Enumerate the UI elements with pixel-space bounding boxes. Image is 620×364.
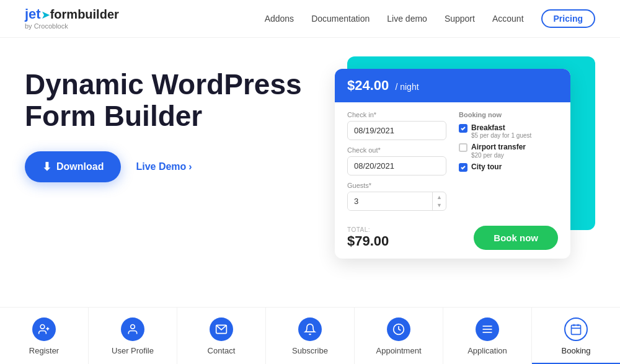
nav-item-application[interactable]: Application bbox=[443, 308, 532, 364]
nav-addons[interactable]: Addons bbox=[265, 14, 294, 24]
appointment-icon bbox=[387, 317, 410, 341]
option-city-tour: City tour bbox=[459, 162, 558, 172]
hero-title: Dynamic WordPress Form Builder bbox=[25, 69, 310, 131]
checkbox-city-tour[interactable] bbox=[459, 163, 467, 172]
svg-point-0 bbox=[40, 325, 45, 329]
booking-card-footer: TOTAL: $79.00 Book now bbox=[335, 220, 570, 259]
booking-card-header: $24.00 / night bbox=[335, 69, 570, 102]
bottom-nav: Register User Profile Contact Subscribe bbox=[0, 307, 620, 364]
nav-item-user-profile[interactable]: User Profile bbox=[89, 308, 177, 364]
booking-now-label: Booking now bbox=[459, 111, 558, 118]
option-airport-transfer: Airport transfer $20 per day bbox=[459, 143, 558, 158]
nav-label-booking: Booking bbox=[562, 346, 591, 355]
guests-spinner-arrows[interactable]: ▲ ▼ bbox=[432, 192, 446, 210]
nav-item-contact[interactable]: Contact bbox=[177, 308, 266, 364]
spinner-up-icon: ▲ bbox=[436, 193, 442, 202]
checkin-label: Check in* bbox=[347, 111, 446, 118]
user-profile-icon bbox=[121, 317, 144, 341]
spinner-down-icon: ▼ bbox=[436, 202, 442, 210]
nav-item-register[interactable]: Register bbox=[0, 308, 89, 364]
chevron-right-icon: › bbox=[188, 161, 192, 172]
nav-item-booking[interactable]: Booking bbox=[532, 308, 620, 364]
subscribe-icon bbox=[298, 317, 322, 341]
nav-label-application: Application bbox=[467, 346, 507, 355]
total-area: TOTAL: $79.00 bbox=[347, 226, 389, 249]
application-icon bbox=[476, 317, 499, 341]
booking-right-col: Booking now Breakfast $5 per day for 1 g… bbox=[459, 111, 558, 211]
nav-label-appointment: Appointment bbox=[376, 346, 422, 355]
booking-price: $24.00 bbox=[347, 78, 389, 93]
booking-card: $24.00 / night Check in* Check out* Gues… bbox=[335, 69, 570, 259]
hero-actions: ⬇ Download Live Demo › bbox=[25, 151, 310, 182]
guests-spinner: ▲ ▼ bbox=[347, 192, 446, 211]
live-demo-link[interactable]: Live Demo › bbox=[136, 161, 192, 172]
guests-input[interactable] bbox=[348, 192, 432, 210]
nav-label-user-profile: User Profile bbox=[112, 346, 154, 355]
nav-item-subscribe[interactable]: Subscribe bbox=[266, 308, 355, 364]
hero-left: Dynamic WordPress Form Builder ⬇ Downloa… bbox=[25, 56, 310, 182]
option-breakfast: Breakfast $5 per day for 1 guest bbox=[459, 123, 558, 139]
booking-per-night: / night bbox=[395, 82, 418, 92]
booking-card-body: Check in* Check out* Guests* ▲ ▼ Booking bbox=[335, 102, 570, 220]
booking-icon bbox=[564, 317, 588, 341]
nav-account[interactable]: Account bbox=[492, 14, 524, 24]
nav-documentation[interactable]: Documentation bbox=[311, 14, 370, 24]
booking-left-col: Check in* Check out* Guests* ▲ ▼ bbox=[347, 111, 446, 211]
pricing-button[interactable]: Pricing bbox=[541, 9, 595, 28]
booking-card-area: $24.00 / night Check in* Check out* Gues… bbox=[335, 56, 595, 249]
checkbox-breakfast[interactable] bbox=[459, 124, 467, 133]
nav-live-demo[interactable]: Live demo bbox=[387, 14, 427, 24]
guests-label: Guests* bbox=[347, 182, 446, 189]
book-now-button[interactable]: Book now bbox=[474, 226, 558, 250]
nav-item-appointment[interactable]: Appointment bbox=[355, 308, 443, 364]
checkout-label: Check out* bbox=[347, 146, 446, 154]
total-amount: $79.00 bbox=[347, 233, 389, 249]
main-nav: Addons Documentation Live demo Support A… bbox=[265, 9, 595, 28]
total-label: TOTAL: bbox=[347, 226, 389, 233]
contact-icon bbox=[210, 317, 233, 341]
checkout-input[interactable] bbox=[347, 156, 446, 175]
svg-rect-9 bbox=[572, 325, 581, 334]
svg-point-3 bbox=[131, 325, 135, 329]
download-button[interactable]: ⬇ Download bbox=[25, 151, 121, 182]
nav-support[interactable]: Support bbox=[445, 14, 475, 24]
nav-label-subscribe: Subscribe bbox=[292, 346, 328, 355]
register-icon bbox=[32, 317, 56, 341]
nav-label-contact: Contact bbox=[208, 346, 236, 355]
checkbox-airport-transfer[interactable] bbox=[459, 143, 467, 152]
checkin-input[interactable] bbox=[347, 121, 446, 140]
hero-section: Dynamic WordPress Form Builder ⬇ Downloa… bbox=[0, 38, 620, 249]
nav-label-register: Register bbox=[29, 346, 59, 355]
download-icon: ⬇ bbox=[42, 160, 51, 174]
logo: jet➤formbuilder by Crocoblock bbox=[25, 7, 119, 30]
